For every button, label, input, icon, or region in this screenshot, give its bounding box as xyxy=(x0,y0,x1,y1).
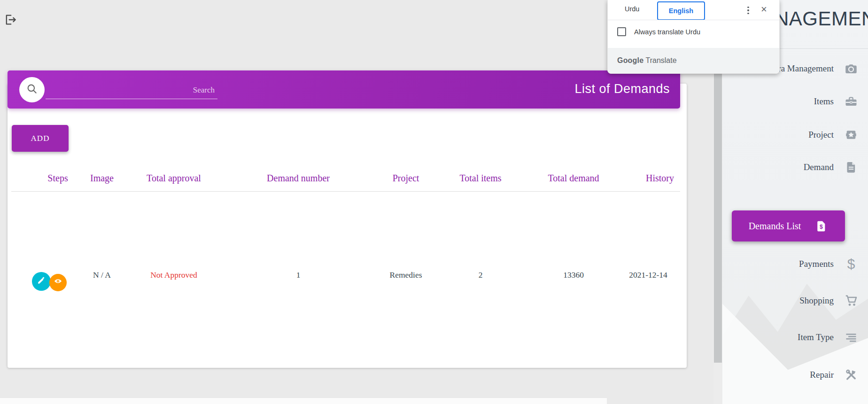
invoice-dollar-icon: $ xyxy=(814,219,828,233)
always-translate-checkbox[interactable] xyxy=(617,27,626,36)
view-eye-icon xyxy=(54,277,62,288)
list-header-bar: List of Demands xyxy=(8,70,680,109)
list-lines-icon xyxy=(844,330,858,344)
sidebar-item-demands-list[interactable]: Demands List $ xyxy=(732,210,845,241)
google-translate-popup: Urdu English × Always translate Urdu Goo… xyxy=(607,0,780,74)
col-header-image: Image xyxy=(90,173,114,184)
star-badge-icon xyxy=(844,128,858,142)
sidebar-item-label: Demand xyxy=(804,162,834,172)
logout-icon[interactable] xyxy=(4,13,17,26)
cart-icon xyxy=(844,294,858,308)
col-header-total-demand: Total demand xyxy=(548,173,599,184)
horizontal-scroll-strip xyxy=(0,397,607,404)
view-button[interactable] xyxy=(49,274,67,291)
sidebar-item-label: Payments xyxy=(799,259,834,269)
sidebar-item-label: Item Type xyxy=(798,332,834,342)
cell-total-demand: 13360 xyxy=(563,270,584,280)
edit-button[interactable] xyxy=(32,272,51,291)
close-icon[interactable]: × xyxy=(761,3,767,16)
cell-demand-number: 1 xyxy=(296,270,301,280)
col-header-total-approval: Total approval xyxy=(147,173,201,184)
sidebar-item-repair[interactable]: Repair xyxy=(810,367,858,383)
camera-icon xyxy=(844,62,858,76)
add-button[interactable]: ADD xyxy=(12,125,69,152)
sidebar-item-label: Shopping xyxy=(799,295,834,306)
search-icon xyxy=(26,83,38,97)
edit-pencil-icon xyxy=(37,276,46,287)
cell-project: Remedies xyxy=(389,270,422,280)
cell-total-items: 2 xyxy=(479,270,483,280)
sidebar-item-label: Project xyxy=(808,130,834,140)
sidebar-item-demand[interactable]: Demand xyxy=(804,159,858,175)
tab-divider xyxy=(608,20,779,20)
cell-history: 2021-12-14 xyxy=(629,270,667,280)
document-icon xyxy=(844,160,858,174)
sidebar-item-item-type[interactable]: Item Type xyxy=(798,329,858,345)
dollar-icon: $ xyxy=(844,257,858,271)
app-root: List of Demands ADD Steps Image Total ap… xyxy=(0,0,868,404)
col-header-steps: Steps xyxy=(47,173,68,184)
search-button[interactable] xyxy=(19,77,45,102)
sidebar-item-label: Demands List xyxy=(749,221,801,232)
google-translate-brand[interactable]: Google Translate xyxy=(617,56,677,65)
sidebar-item-project[interactable]: Project xyxy=(808,127,858,143)
col-header-demand-number: Demand number xyxy=(267,173,330,184)
sidebar-item-label: Repair xyxy=(810,370,834,380)
sidebar-item-items[interactable]: Items xyxy=(814,93,858,109)
tab-urdu[interactable]: Urdu xyxy=(625,5,639,13)
sidebar-item-payments[interactable]: Payments $ xyxy=(799,256,858,272)
tools-icon xyxy=(844,368,858,382)
col-header-total-items: Total items xyxy=(459,173,501,184)
search-input[interactable] xyxy=(46,83,217,99)
demands-card xyxy=(8,84,687,368)
col-header-history: History xyxy=(646,173,674,184)
cell-image: N / A xyxy=(93,270,111,280)
more-options-icon[interactable] xyxy=(744,6,752,15)
col-header-project: Project xyxy=(393,173,419,184)
page-title: List of Demands xyxy=(574,82,670,96)
sidebar-item-label: Items xyxy=(814,96,834,107)
sidebar-item-shopping[interactable]: Shopping xyxy=(799,293,858,309)
tab-english[interactable]: English xyxy=(657,1,705,20)
always-translate-label: Always translate Urdu xyxy=(634,28,700,36)
toolbox-icon xyxy=(844,94,858,109)
table-header-divider xyxy=(11,191,680,192)
translate-popup-footer: Google Translate xyxy=(608,48,779,73)
svg-text:$: $ xyxy=(820,223,823,230)
cell-total-approval: Not Approved xyxy=(150,270,197,280)
